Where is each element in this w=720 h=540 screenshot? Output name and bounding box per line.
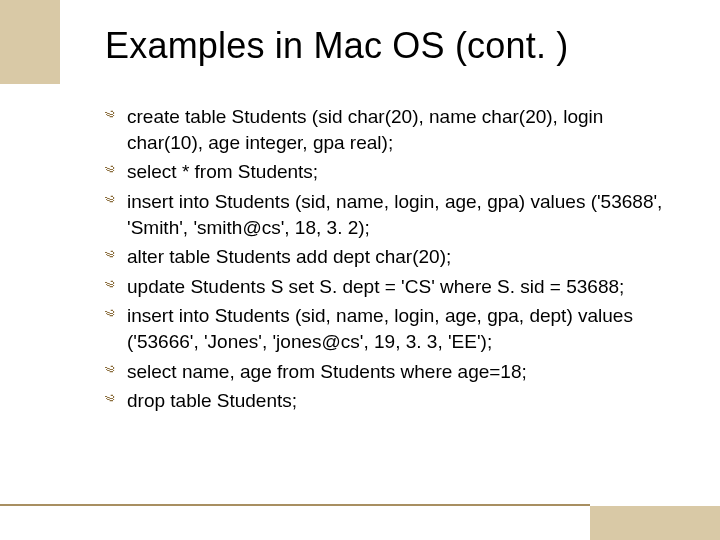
bottom-rule bbox=[0, 504, 590, 506]
slide-body: ༄ create table Students (sid char(20), n… bbox=[105, 104, 670, 418]
list-item-text: select name, age from Students where age… bbox=[127, 359, 670, 385]
list-item-text: create table Students (sid char(20), nam… bbox=[127, 104, 670, 155]
slide-title: Examples in Mac OS (cont. ) bbox=[105, 25, 680, 67]
list-item: ༄ select name, age from Students where a… bbox=[105, 359, 670, 385]
bullet-icon: ༄ bbox=[105, 244, 127, 268]
bullet-icon: ༄ bbox=[105, 274, 127, 298]
list-item: ༄ drop table Students; bbox=[105, 388, 670, 414]
bullet-icon: ༄ bbox=[105, 159, 127, 183]
list-item: ༄ update Students S set S. dept = 'CS' w… bbox=[105, 274, 670, 300]
bullet-icon: ༄ bbox=[105, 359, 127, 383]
bullet-icon: ༄ bbox=[105, 388, 127, 412]
list-item: ༄ select * from Students; bbox=[105, 159, 670, 185]
list-item: ༄ insert into Students (sid, name, login… bbox=[105, 303, 670, 354]
list-item-text: select * from Students; bbox=[127, 159, 670, 185]
list-item-text: drop table Students; bbox=[127, 388, 670, 414]
bullet-icon: ༄ bbox=[105, 189, 127, 213]
list-item-text: update Students S set S. dept = 'CS' whe… bbox=[127, 274, 670, 300]
bullet-icon: ༄ bbox=[105, 303, 127, 327]
corner-decoration-bottom-right bbox=[590, 506, 720, 540]
list-item-text: alter table Students add dept char(20); bbox=[127, 244, 670, 270]
list-item-text: insert into Students (sid, name, login, … bbox=[127, 189, 670, 240]
list-item-text: insert into Students (sid, name, login, … bbox=[127, 303, 670, 354]
list-item: ༄ create table Students (sid char(20), n… bbox=[105, 104, 670, 155]
corner-decoration-top-left bbox=[0, 0, 60, 84]
list-item: ༄ insert into Students (sid, name, login… bbox=[105, 189, 670, 240]
slide: Examples in Mac OS (cont. ) ༄ create tab… bbox=[0, 0, 720, 540]
bullet-icon: ༄ bbox=[105, 104, 127, 128]
list-item: ༄ alter table Students add dept char(20)… bbox=[105, 244, 670, 270]
